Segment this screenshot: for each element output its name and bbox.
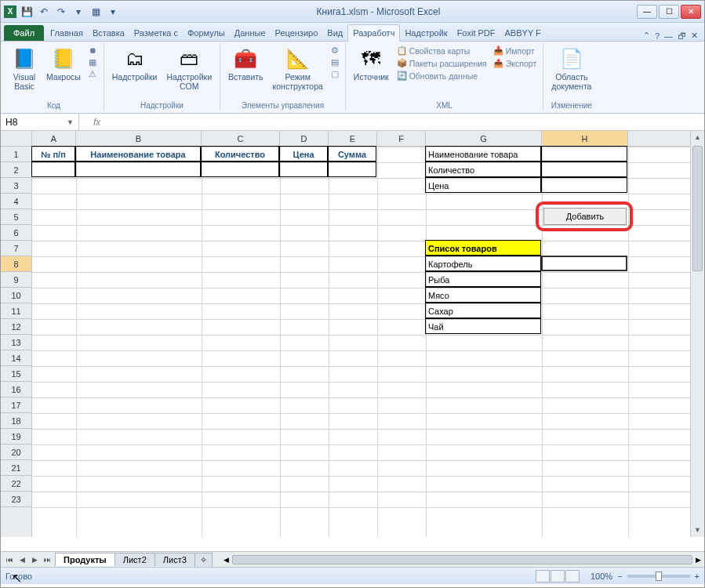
- com-addins-button[interactable]: 🗃 Надстройки COM: [163, 45, 215, 93]
- row-header-8[interactable]: 8: [1, 256, 31, 272]
- macro-security-button[interactable]: ⚠: [87, 68, 99, 79]
- qat-dropdown-icon[interactable]: ▾: [106, 5, 120, 19]
- doc-close-icon[interactable]: ✕: [691, 31, 698, 41]
- sheet-next-icon[interactable]: ▶: [29, 556, 40, 564]
- header-cell-C1[interactable]: Количество: [201, 146, 279, 162]
- tab-formulas[interactable]: Формулы: [183, 25, 230, 41]
- list-item-2[interactable]: Мясо: [425, 287, 541, 303]
- row-header-23[interactable]: 23: [1, 492, 31, 507]
- vertical-scrollbar[interactable]: ▲ ▼: [690, 131, 704, 537]
- side-label-G2[interactable]: Количество: [425, 162, 541, 177]
- tab-data[interactable]: Данные: [230, 25, 271, 41]
- sheet-first-icon[interactable]: ⏮: [4, 556, 15, 564]
- design-mode-button[interactable]: 📐 Режим конструктора: [270, 45, 326, 93]
- row-header-20[interactable]: 20: [1, 445, 31, 460]
- list-item-4[interactable]: Чай: [425, 318, 541, 334]
- col-header-H[interactable]: H: [542, 131, 628, 146]
- scroll-up-icon[interactable]: ▲: [691, 131, 704, 144]
- add-button[interactable]: Добавить: [543, 208, 627, 225]
- refresh-data-button[interactable]: 🔄Обновить данные: [395, 70, 489, 82]
- new-sheet-button[interactable]: ✧: [194, 553, 213, 567]
- redo-icon[interactable]: ↷: [54, 5, 68, 19]
- scroll-down-icon[interactable]: ▼: [691, 524, 704, 537]
- document-panel-button[interactable]: 📄 Область документа: [548, 45, 594, 93]
- source-button[interactable]: 🗺 Источник: [351, 45, 392, 84]
- list-header-cell[interactable]: Список товаров: [425, 240, 541, 256]
- cell-H3[interactable]: [541, 177, 627, 193]
- relative-refs-button[interactable]: ▦: [87, 56, 99, 67]
- visual-basic-button[interactable]: 📘 Visual Basic: [9, 45, 40, 93]
- list-item-1[interactable]: Рыба: [425, 271, 541, 287]
- qat-more-icon[interactable]: ▾: [71, 5, 85, 19]
- hscroll-left-icon[interactable]: ◀: [220, 556, 232, 564]
- maximize-button[interactable]: ☐: [659, 5, 679, 19]
- row-header-11[interactable]: 11: [1, 303, 31, 319]
- tab-abbyy[interactable]: ABBYY F: [500, 25, 546, 41]
- sheet-tab-2[interactable]: Лист2: [114, 553, 155, 566]
- sheet-prev-icon[interactable]: ◀: [16, 556, 27, 564]
- hscroll-thumb[interactable]: [232, 555, 692, 564]
- zoom-level[interactable]: 100%: [591, 572, 612, 581]
- col-header-A[interactable]: A: [32, 131, 76, 146]
- row-header-21[interactable]: 21: [1, 460, 31, 476]
- horizontal-scrollbar[interactable]: ◀ ▶: [220, 555, 704, 564]
- fx-icon[interactable]: fx: [93, 117, 100, 128]
- row-header-3[interactable]: 3: [1, 178, 31, 194]
- cell-H2[interactable]: [541, 162, 627, 177]
- close-button[interactable]: ✕: [681, 5, 701, 19]
- tab-developer[interactable]: Разработч: [347, 24, 400, 42]
- save-icon[interactable]: 💾: [20, 5, 34, 19]
- side-label-G1[interactable]: Наименование товара: [425, 146, 541, 162]
- properties-button[interactable]: ⚙: [329, 45, 340, 56]
- file-tab[interactable]: Файл: [4, 25, 44, 41]
- record-macro-button[interactable]: ⏺: [87, 45, 99, 56]
- zoom-thumb[interactable]: [656, 572, 662, 581]
- col-header-F[interactable]: F: [377, 131, 426, 146]
- map-props-button[interactable]: 📋Свойства карты: [395, 45, 489, 56]
- col-header-C[interactable]: C: [202, 131, 280, 146]
- macros-button[interactable]: 📒 Макросы: [43, 45, 84, 84]
- cell-C2[interactable]: [201, 162, 279, 177]
- row-header-4[interactable]: 4: [1, 194, 31, 209]
- row-header-16[interactable]: 16: [1, 382, 31, 397]
- cell-H1[interactable]: [541, 146, 627, 162]
- row-header-14[interactable]: 14: [1, 350, 31, 366]
- insert-control-button[interactable]: 🧰 Вставить: [225, 45, 267, 84]
- row-header-19[interactable]: 19: [1, 429, 31, 445]
- sheet-tab-3[interactable]: Лист3: [154, 553, 195, 566]
- row-header-18[interactable]: 18: [1, 413, 31, 429]
- header-cell-A1[interactable]: № п/п: [31, 146, 75, 162]
- tab-foxit[interactable]: Foxit PDF: [452, 25, 500, 41]
- row-header-5[interactable]: 5: [1, 209, 31, 225]
- ribbon-minimize-icon[interactable]: ⌃: [643, 31, 650, 41]
- col-header-B[interactable]: B: [76, 131, 202, 146]
- name-box[interactable]: H8 ▼: [1, 114, 79, 130]
- tab-insert[interactable]: Вставка: [88, 25, 129, 41]
- row-header-12[interactable]: 12: [1, 319, 31, 335]
- minimize-button[interactable]: —: [637, 5, 657, 19]
- header-cell-E1[interactable]: Сумма: [328, 146, 376, 162]
- page-layout-view-button[interactable]: [551, 570, 565, 583]
- cells-area[interactable]: № п/пНаименование товараКоличествоЦенаСу…: [32, 147, 690, 537]
- cell-B2[interactable]: [75, 162, 201, 177]
- name-box-dropdown-icon[interactable]: ▼: [67, 118, 74, 126]
- sheet-last-icon[interactable]: ⏭: [42, 556, 53, 564]
- zoom-out-button[interactable]: −: [617, 572, 622, 581]
- tab-addins[interactable]: Надстройк: [400, 25, 452, 41]
- row-header-2[interactable]: 2: [1, 162, 31, 178]
- qat-custom-icon[interactable]: ▦: [89, 5, 103, 19]
- header-cell-D1[interactable]: Цена: [279, 146, 328, 162]
- run-dialog-button[interactable]: ▢: [329, 68, 340, 79]
- tab-review[interactable]: Рецензиро: [271, 25, 323, 41]
- row-header-6[interactable]: 6: [1, 225, 31, 241]
- col-header-E[interactable]: E: [329, 131, 377, 146]
- col-header-G[interactable]: G: [426, 131, 542, 146]
- normal-view-button[interactable]: [536, 570, 550, 583]
- row-header-15[interactable]: 15: [1, 366, 31, 382]
- row-header-13[interactable]: 13: [1, 335, 31, 350]
- doc-min-icon[interactable]: —: [664, 31, 673, 41]
- tab-view[interactable]: Вид: [322, 25, 347, 41]
- expansion-packs-button[interactable]: 📦Пакеты расширения: [395, 57, 489, 69]
- sheet-tab-active[interactable]: Продукты: [55, 553, 115, 566]
- row-header-10[interactable]: 10: [1, 288, 31, 303]
